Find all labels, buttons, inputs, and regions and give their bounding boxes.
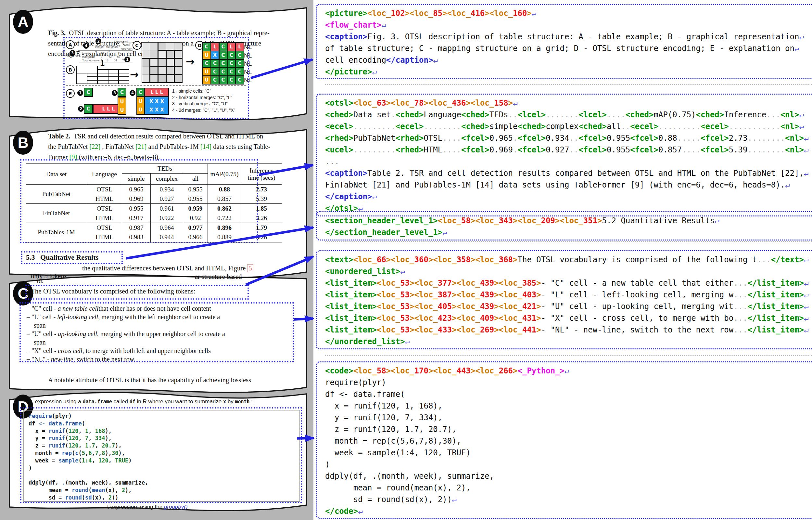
loc-token: 439 — [480, 279, 494, 288]
table-cell: 0.722 — [208, 213, 241, 223]
text-segment: – "X" cell - — [27, 347, 58, 354]
loc-token: 53 — [400, 279, 410, 288]
legend-line: 3 - vertical merges: "C", "U" — [172, 101, 228, 106]
table-cell: 2.73 — [241, 184, 282, 194]
annotation-line: <list_item><loc_53><loc_423><loc_409><lo… — [325, 312, 812, 324]
text-segment: data sets using Table- — [213, 143, 270, 150]
wireframe-region — [108, 73, 119, 77]
return-glyph: ↵ — [804, 134, 808, 143]
annotation-line: week = sample(1:4, 120, TRUE) — [325, 447, 812, 459]
otsl-block: <otsl><loc_63><loc_78><loc_436><loc_158>… — [316, 94, 812, 216]
newline-label: NL — [244, 44, 252, 51]
table-cell: 0.917 — [122, 213, 151, 223]
grid-cell-C: C — [211, 76, 219, 84]
text-segment: ... — [325, 157, 339, 166]
wireframe-region — [87, 80, 98, 84]
loc-token: <loc_ — [377, 290, 400, 299]
loc-token: <loc_ — [354, 99, 377, 108]
text-segment: mean = round(mean(x), 2), — [325, 483, 471, 492]
annotation-line: <caption>Table 2. TSR and cell detection… — [325, 167, 812, 179]
text-segment: Fig. 3. OTSL description of table struct… — [367, 32, 799, 41]
return-glyph: ↵ — [513, 99, 517, 108]
table-cell: HTML — [87, 213, 122, 223]
tinytable-rule-bottom — [79, 62, 133, 62]
loc-token: <loc_ — [433, 255, 456, 264]
loc-token: <loc_ — [499, 279, 522, 288]
return-glyph: ↵ — [794, 44, 799, 53]
grid-region — [150, 74, 158, 83]
wireframe-region — [118, 70, 129, 73]
loc-token: <loc_ — [457, 325, 480, 334]
loc-token: 431 — [522, 314, 536, 323]
right-separator-3 — [325, 355, 812, 356]
return-glyph: ↵ — [452, 495, 456, 504]
loc-token: > — [471, 366, 475, 375]
text-segment: FinTabNet [21] and PubTables-1M [14] dat… — [325, 180, 785, 189]
text-segment: <ched> — [461, 122, 489, 131]
loc-token: > — [386, 255, 391, 264]
text-segment: <ucel> — [325, 145, 354, 154]
annotation-line: <caption>Fig. 3. OTSL description of tab… — [325, 31, 812, 43]
text-segment: <ched> — [579, 122, 607, 131]
fragB-2: only 5 tokens — [31, 272, 66, 280]
table-cell: HTML — [87, 194, 122, 204]
annotation-line: z = runif(120, 1.7, 20.7), — [325, 423, 812, 435]
return-glyph: ↵ — [804, 325, 808, 334]
text-segment: z = runif(120, 1.7, 20.7), — [325, 425, 457, 434]
legend-line: 4 - 2d merges: "C", "L", "U", "X" — [172, 108, 235, 113]
grid-cell-C: C — [220, 51, 227, 59]
table-cell: OTSL — [87, 204, 122, 213]
text-segment: A notable attribute of OTSL is that it h… — [48, 376, 251, 384]
loc-token: 53 — [400, 325, 410, 334]
loc-token: 209 — [541, 216, 555, 225]
text-segment: </list_item> — [748, 290, 804, 299]
text-segment: only 5 tokens — [31, 272, 66, 280]
grid-region — [158, 66, 166, 75]
text-segment: <caption> — [325, 169, 367, 178]
loc-token: > — [536, 314, 541, 323]
loc-token: <loc_ — [377, 325, 400, 334]
loc-token: > — [405, 9, 410, 18]
table-cell: 1.85 — [241, 204, 282, 213]
text-segment: : — [251, 398, 253, 405]
text-segment: - "U" cell - up-looking cell, merging wi… — [541, 302, 733, 311]
text-segment: <nl> — [785, 145, 804, 154]
list-l4: – "U" cell - up-looking cell, merging wi… — [27, 330, 225, 338]
text-segment: df <- data.frame( — [325, 390, 405, 399]
loc-token: 368 — [499, 255, 513, 264]
loc-token: > — [513, 216, 517, 225]
text-segment: 0.88 — [659, 134, 677, 143]
text-segment: y = runif(120, 7, 334), — [325, 413, 442, 422]
loc-token: <loc_ — [438, 216, 461, 225]
loc-token: 433 — [438, 325, 452, 334]
wireframe-region — [87, 73, 98, 77]
table-cell: 0.964 — [151, 223, 183, 233]
text-segment: ..... — [677, 134, 701, 143]
text-segment: PubTabNet — [354, 134, 396, 143]
text-segment: .. — [621, 122, 630, 131]
vocab-intro: The OTSL vocabulary is comprised of the … — [31, 287, 196, 295]
text-segment: <ched> — [696, 110, 724, 119]
text-segment: <ched> — [396, 110, 424, 119]
text-segment: <fcel> — [517, 134, 546, 143]
loc-token: > — [508, 99, 513, 108]
table-cell: complex — [151, 174, 183, 185]
return-glyph: ↵ — [715, 216, 719, 225]
loc-token: <loc_ — [415, 314, 438, 323]
loc-token: > — [452, 279, 456, 288]
loc-token: <loc_ — [457, 279, 480, 288]
return-glyph: ↵ — [804, 169, 808, 178]
fragC-0: id. — [37, 277, 44, 285]
wireframe-region — [108, 80, 119, 84]
return-glyph: ↵ — [564, 366, 569, 375]
text-segment: Table 2. TSR and cell detection results … — [367, 169, 804, 178]
loc-token: > — [494, 279, 499, 288]
text-segment: Fig. 3. — [48, 29, 65, 36]
grid-cell-L: L — [228, 43, 235, 51]
loc-token: <loc_ — [415, 290, 438, 299]
annotation-line: <otsl><loc_63><loc_78><loc_436><loc_158>… — [325, 97, 812, 109]
annotation-line: ddply(df, .(month, week), summarize, — [325, 470, 812, 482]
loc-token: <loc_ — [415, 302, 438, 311]
fragB-1: the qualitative differences between OTSL… — [82, 264, 253, 272]
loc-token: 53 — [400, 302, 410, 311]
